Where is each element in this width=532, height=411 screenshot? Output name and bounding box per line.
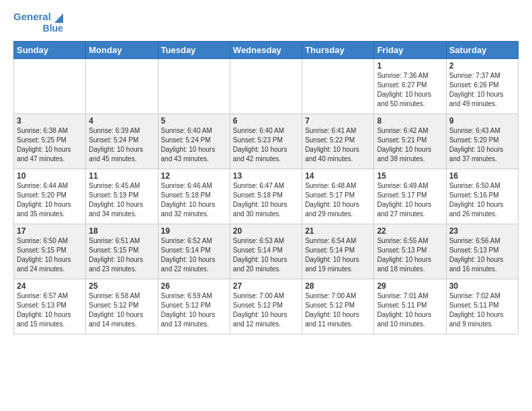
day-number: 27 [233, 281, 299, 291]
page-container: General Blue SundayMondayTuesdayWednesda… [0, 0, 532, 341]
day-detail: Sunrise: 6:40 AM Sunset: 5:23 PM Dayligh… [233, 126, 299, 164]
calendar-cell: 27Sunrise: 7:00 AM Sunset: 5:12 PM Dayli… [230, 279, 302, 334]
calendar-cell [14, 58, 86, 113]
calendar-cell: 13Sunrise: 6:47 AM Sunset: 5:18 PM Dayli… [230, 169, 302, 224]
day-number: 4 [89, 116, 154, 126]
day-number: 22 [377, 226, 443, 236]
day-number: 30 [449, 281, 515, 291]
day-number: 29 [377, 281, 443, 291]
day-detail: Sunrise: 6:45 AM Sunset: 5:19 PM Dayligh… [89, 181, 154, 219]
calendar-week-row: 1Sunrise: 7:36 AM Sunset: 6:27 PM Daylig… [14, 58, 519, 113]
day-number: 20 [233, 226, 299, 236]
day-detail: Sunrise: 6:44 AM Sunset: 5:20 PM Dayligh… [17, 181, 83, 219]
calendar-week-row: 17Sunrise: 6:50 AM Sunset: 5:15 PM Dayli… [14, 224, 519, 279]
day-detail: Sunrise: 6:54 AM Sunset: 5:14 PM Dayligh… [305, 236, 371, 274]
day-detail: Sunrise: 6:43 AM Sunset: 5:20 PM Dayligh… [449, 126, 515, 164]
calendar-cell: 12Sunrise: 6:46 AM Sunset: 5:18 PM Dayli… [158, 169, 230, 224]
day-detail: Sunrise: 6:46 AM Sunset: 5:18 PM Dayligh… [161, 181, 227, 219]
day-detail: Sunrise: 6:57 AM Sunset: 5:13 PM Dayligh… [17, 291, 83, 329]
calendar-cell [86, 58, 158, 113]
calendar-cell: 8Sunrise: 6:42 AM Sunset: 5:21 PM Daylig… [374, 113, 446, 169]
day-number: 7 [305, 116, 371, 126]
calendar-week-row: 3Sunrise: 6:38 AM Sunset: 5:25 PM Daylig… [14, 113, 519, 169]
calendar-cell: 24Sunrise: 6:57 AM Sunset: 5:13 PM Dayli… [14, 279, 86, 334]
logo-icon [51, 11, 63, 23]
calendar-cell [230, 58, 302, 113]
weekday-header-tuesday: Tuesday [158, 41, 230, 58]
day-detail: Sunrise: 6:49 AM Sunset: 5:17 PM Dayligh… [377, 181, 443, 219]
calendar-cell: 9Sunrise: 6:43 AM Sunset: 5:20 PM Daylig… [446, 113, 518, 169]
calendar-cell: 18Sunrise: 6:51 AM Sunset: 5:15 PM Dayli… [86, 224, 158, 279]
calendar-cell: 29Sunrise: 7:01 AM Sunset: 5:11 PM Dayli… [374, 279, 446, 334]
weekday-header-sunday: Sunday [14, 41, 86, 58]
day-number: 14 [305, 171, 371, 181]
day-detail: Sunrise: 6:39 AM Sunset: 5:24 PM Dayligh… [89, 126, 154, 164]
day-number: 6 [233, 116, 299, 126]
day-number: 3 [17, 116, 83, 126]
weekday-header-saturday: Saturday [446, 41, 518, 58]
day-detail: Sunrise: 6:53 AM Sunset: 5:14 PM Dayligh… [233, 236, 299, 274]
calendar-cell: 22Sunrise: 6:55 AM Sunset: 5:13 PM Dayli… [374, 224, 446, 279]
calendar-cell: 11Sunrise: 6:45 AM Sunset: 5:19 PM Dayli… [86, 169, 158, 224]
calendar-cell: 20Sunrise: 6:53 AM Sunset: 5:14 PM Dayli… [230, 224, 302, 279]
day-number: 11 [89, 171, 154, 181]
logo: General Blue [13, 11, 63, 34]
calendar-cell: 26Sunrise: 6:59 AM Sunset: 5:12 PM Dayli… [158, 279, 230, 334]
day-number: 13 [233, 171, 299, 181]
day-number: 10 [17, 171, 83, 181]
day-detail: Sunrise: 6:41 AM Sunset: 5:22 PM Dayligh… [305, 126, 371, 164]
calendar-cell: 4Sunrise: 6:39 AM Sunset: 5:24 PM Daylig… [86, 113, 158, 169]
day-number: 1 [377, 61, 443, 71]
calendar-table: SundayMondayTuesdayWednesdayThursdayFrid… [13, 41, 519, 334]
day-number: 26 [161, 281, 227, 291]
day-number: 12 [161, 171, 227, 181]
day-number: 16 [449, 171, 515, 181]
weekday-header-monday: Monday [86, 41, 158, 58]
day-detail: Sunrise: 6:50 AM Sunset: 5:15 PM Dayligh… [17, 236, 83, 274]
day-detail: Sunrise: 6:47 AM Sunset: 5:18 PM Dayligh… [233, 181, 299, 219]
calendar-cell: 15Sunrise: 6:49 AM Sunset: 5:17 PM Dayli… [374, 169, 446, 224]
day-detail: Sunrise: 6:42 AM Sunset: 5:21 PM Dayligh… [377, 126, 443, 164]
day-number: 25 [89, 281, 154, 291]
day-number: 24 [17, 281, 83, 291]
weekday-header-wednesday: Wednesday [230, 41, 302, 58]
day-number: 2 [449, 61, 515, 71]
calendar-cell: 3Sunrise: 6:38 AM Sunset: 5:25 PM Daylig… [14, 113, 86, 169]
calendar-week-row: 24Sunrise: 6:57 AM Sunset: 5:13 PM Dayli… [14, 279, 519, 334]
weekday-header-friday: Friday [374, 41, 446, 58]
logo-blue: Blue [43, 23, 63, 34]
calendar-week-row: 10Sunrise: 6:44 AM Sunset: 5:20 PM Dayli… [14, 169, 519, 224]
calendar-cell: 6Sunrise: 6:40 AM Sunset: 5:23 PM Daylig… [230, 113, 302, 169]
day-detail: Sunrise: 6:51 AM Sunset: 5:15 PM Dayligh… [89, 236, 154, 274]
day-detail: Sunrise: 6:50 AM Sunset: 5:16 PM Dayligh… [449, 181, 515, 219]
day-detail: Sunrise: 6:38 AM Sunset: 5:25 PM Dayligh… [17, 126, 83, 164]
calendar-cell [158, 58, 230, 113]
calendar-header-row: SundayMondayTuesdayWednesdayThursdayFrid… [14, 41, 519, 58]
calendar-cell: 2Sunrise: 7:37 AM Sunset: 6:26 PM Daylig… [446, 58, 518, 113]
header: General Blue [13, 11, 519, 34]
day-detail: Sunrise: 6:52 AM Sunset: 5:14 PM Dayligh… [161, 236, 227, 274]
day-detail: Sunrise: 6:58 AM Sunset: 5:12 PM Dayligh… [89, 291, 154, 329]
calendar-cell: 1Sunrise: 7:36 AM Sunset: 6:27 PM Daylig… [374, 58, 446, 113]
day-number: 18 [89, 226, 154, 236]
weekday-header-thursday: Thursday [302, 41, 374, 58]
calendar-cell: 7Sunrise: 6:41 AM Sunset: 5:22 PM Daylig… [302, 113, 374, 169]
day-detail: Sunrise: 6:56 AM Sunset: 5:13 PM Dayligh… [449, 236, 515, 274]
day-number: 19 [161, 226, 227, 236]
day-detail: Sunrise: 7:01 AM Sunset: 5:11 PM Dayligh… [377, 291, 443, 329]
day-number: 28 [305, 281, 371, 291]
day-detail: Sunrise: 7:37 AM Sunset: 6:26 PM Dayligh… [449, 71, 515, 109]
day-number: 5 [161, 116, 227, 126]
calendar-cell: 19Sunrise: 6:52 AM Sunset: 5:14 PM Dayli… [158, 224, 230, 279]
day-number: 17 [17, 226, 83, 236]
calendar-cell: 30Sunrise: 7:02 AM Sunset: 5:11 PM Dayli… [446, 279, 518, 334]
calendar-cell: 14Sunrise: 6:48 AM Sunset: 5:17 PM Dayli… [302, 169, 374, 224]
day-detail: Sunrise: 7:00 AM Sunset: 5:12 PM Dayligh… [305, 291, 371, 329]
day-detail: Sunrise: 6:48 AM Sunset: 5:17 PM Dayligh… [305, 181, 371, 219]
calendar-cell: 16Sunrise: 6:50 AM Sunset: 5:16 PM Dayli… [446, 169, 518, 224]
calendar-cell: 17Sunrise: 6:50 AM Sunset: 5:15 PM Dayli… [14, 224, 86, 279]
day-detail: Sunrise: 7:02 AM Sunset: 5:11 PM Dayligh… [449, 291, 515, 329]
day-number: 15 [377, 171, 443, 181]
calendar-cell [302, 58, 374, 113]
calendar-cell: 21Sunrise: 6:54 AM Sunset: 5:14 PM Dayli… [302, 224, 374, 279]
